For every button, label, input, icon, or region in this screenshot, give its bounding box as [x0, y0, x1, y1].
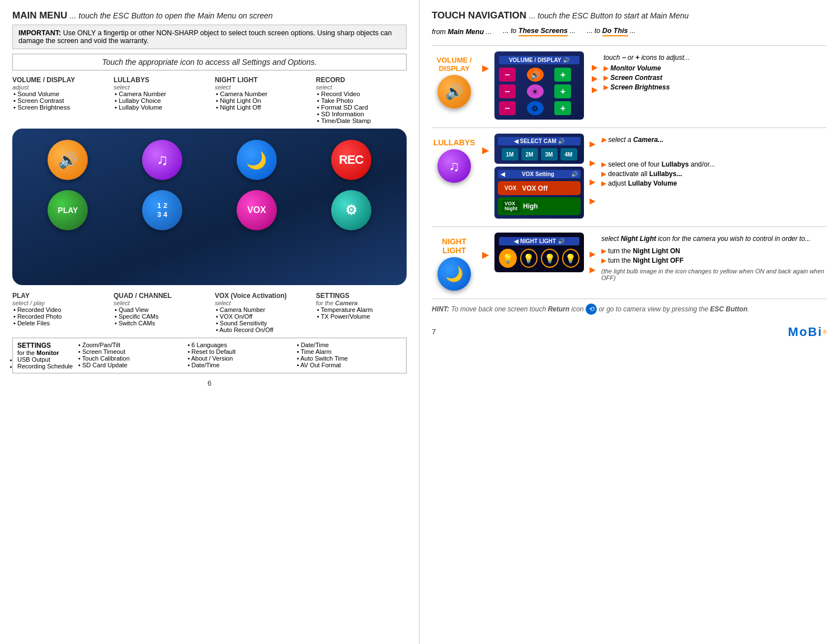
settings-button[interactable]: ⚙: [331, 190, 371, 230]
vol-display-col: VOLUME / DISPLAY adjust Sound Volume Scr…: [12, 76, 103, 124]
lullabys-section-icon: ♫: [437, 149, 471, 183]
arrow-vol-1: ▶: [592, 63, 598, 72]
settings-camera-title: SETTINGS: [316, 292, 407, 300]
list-item: Night Light On: [216, 97, 305, 104]
list-item: SD Information: [317, 111, 407, 117]
play-list: Recorded Video Recorded Photo Delete Fil…: [12, 306, 103, 326]
nightlight-section-desc: select Night Light icon for the camera y…: [601, 233, 827, 281]
volume-section-desc: touch − or + icons to adjust... ▶ Monito…: [604, 51, 827, 93]
nightlight-section: NIGHT LIGHT 🌙 ▶ ◀ NIGHT LIGHT 🔊 💡 💡 💡 💡: [432, 226, 827, 291]
minus-btn-1[interactable]: −: [499, 68, 516, 82]
cam-2-btn[interactable]: 2M: [521, 148, 538, 160]
lullabys-section: LULLABYS ♫ ▶ ◀ SELECT CAM 🔊 1M 2M 3M 4M: [432, 127, 827, 219]
record-col: RECORD select Record Video Take Photo Fo…: [316, 76, 407, 124]
bottom-labels: PLAY select / play Recorded Video Record…: [12, 292, 407, 333]
hint-label: HINT:: [432, 305, 449, 313]
list-item: Touch Calibration: [78, 355, 183, 362]
play-subtitle: select / play: [12, 300, 103, 306]
nightlight-desc-note: (the light bulb image in the icon change…: [601, 268, 827, 281]
list-item: Reset to Default: [187, 348, 292, 355]
lullabys-desc-intro: ▶ select a Camera...: [601, 136, 827, 144]
list-item: Night Light Off: [216, 104, 305, 111]
nl-cam-3[interactable]: 💡: [541, 249, 559, 268]
cam-3-btn[interactable]: 3M: [541, 148, 558, 160]
vox-high-button[interactable]: VOXNight High: [498, 197, 581, 215]
list-item: Lullaby Volume: [115, 104, 204, 111]
settings-col2: 6 Languages Reset to Default About / Ver…: [187, 342, 292, 370]
vol-display-title: VOLUME / DISPLAY: [12, 76, 103, 84]
settings-camera-subtitle: for the Camera: [316, 300, 407, 306]
lullabys-subtitle: select: [114, 84, 204, 91]
lullabys-section-desc: ▶ select a Camera... ▶ select one of fou…: [601, 134, 827, 189]
volume-screen-mockup: VOLUME / DISPLAY 🔊 − 🔊 + − ☀ + − ⚙ +: [494, 51, 584, 120]
arrow-nl-1: ▶: [590, 249, 596, 258]
record-button[interactable]: REC: [331, 140, 371, 180]
settings-camera-col: SETTINGS for the Camera Temperature Alar…: [316, 292, 407, 333]
night-light-subtitle: select: [215, 84, 305, 91]
nightlight-desc-intro: select Night Light icon for the camera y…: [601, 235, 827, 243]
vox-button[interactable]: VOX: [237, 190, 277, 230]
list-item: Switch CAMs: [115, 320, 204, 326]
cam-4-btn[interactable]: 4M: [560, 148, 577, 160]
vol-icon-2: ☀: [527, 84, 544, 98]
nl-cam-2[interactable]: 💡: [520, 249, 538, 268]
vox-col: VOX (Voice Activation) select Camera Num…: [215, 292, 305, 333]
list-item: Recording Schedule: [17, 363, 73, 370]
vol-desc-3: ▶ Screen Brightness: [604, 83, 827, 91]
hint-content-2: or go to camera view by pressing the ESC…: [598, 305, 749, 313]
main-menu-title: MAIN MENU ... touch the ESC Button to op…: [12, 10, 407, 21]
arrows-col-nightlight: ▶ ▶: [590, 233, 596, 274]
vox-subtitle: select: [215, 300, 305, 306]
plus-btn-3[interactable]: +: [554, 101, 571, 115]
vox-off-button[interactable]: VOX VOX Off: [498, 181, 581, 195]
nl-cam-4[interactable]: 💡: [562, 249, 580, 268]
volume-section: VOLUME / DISPLAY 🔊 ▶ VOLUME / DISPLAY 🔊 …: [432, 45, 827, 120]
lullabys-col: LULLABYS select Camera Number Lullaby Ch…: [114, 76, 204, 124]
nightlight-screen-title: ◀ NIGHT LIGHT 🔊: [499, 237, 579, 245]
play-title: PLAY: [12, 292, 103, 300]
top-labels: VOLUME / DISPLAY adjust Sound Volume Scr…: [12, 76, 407, 124]
night-light-button[interactable]: 🌙: [237, 140, 277, 180]
mobi-registered: ®: [823, 329, 827, 335]
arrow-nightlight: ▶: [482, 249, 489, 260]
vol-display-subtitle: adjust: [12, 84, 103, 91]
touch-instruction: Touch the appropriate icon to access all…: [12, 54, 407, 70]
play-button[interactable]: PLAY: [48, 190, 88, 230]
lullabys-desc-1: ▶ select one of four Lullabys and/or...: [601, 160, 827, 168]
mobi-brand-text: MoBi: [788, 325, 823, 339]
lullabys-button[interactable]: ♫: [142, 140, 182, 180]
list-item: Screen Brightness: [13, 104, 103, 111]
vol-desc-1: ▶ Monitor Volume: [604, 64, 827, 72]
list-item: Auto Record On/Off: [216, 326, 305, 333]
minus-btn-2[interactable]: −: [499, 84, 516, 98]
select-cam-title: ◀ SELECT CAM 🔊: [498, 137, 581, 145]
list-item: Screen Timeout: [78, 348, 183, 355]
lullabys-title: LULLABYS: [114, 76, 204, 84]
plus-btn-2[interactable]: +: [554, 84, 571, 98]
hint-text: HINT: To move back one screen touch Retu…: [432, 299, 827, 315]
vol-display-list: Sound Volume Screen Contrast Screen Brig…: [12, 91, 103, 111]
plus-btn-1[interactable]: +: [554, 68, 571, 82]
quad-channel-button[interactable]: 1 23 4: [142, 190, 182, 230]
settings-col3: Date/Time Time Alarm Auto Switch Time AV…: [297, 342, 402, 370]
night-light-title: NIGHT LIGHT: [215, 76, 305, 84]
page-number-left: 6: [12, 379, 407, 387]
list-item: Sound Volume: [13, 91, 103, 97]
minus-btn-3[interactable]: −: [499, 101, 516, 115]
nightlight-screen-mockup: ◀ NIGHT LIGHT 🔊 💡 💡 💡 💡: [494, 233, 584, 272]
night-light-list: Camera Number Night Light On Night Light…: [215, 91, 305, 111]
menu-icons-row2: PLAY 1 23 4 VOX ⚙: [21, 190, 398, 230]
list-item: Temperature Alarm: [317, 306, 407, 313]
list-item: Camera Number: [216, 306, 305, 313]
record-title: RECORD: [316, 76, 407, 84]
touch-nav-title: TOUCH NAVIGATION ... touch the ESC Butto…: [432, 10, 827, 21]
list-item: Quad View: [115, 306, 204, 313]
cam-1-btn[interactable]: 1M: [502, 148, 519, 160]
vol-desc-2: ▶ Screen Contrast: [604, 74, 827, 82]
return-icon[interactable]: ⟲: [586, 304, 597, 315]
select-cam-screen: ◀ SELECT CAM 🔊 1M 2M 3M 4M: [494, 134, 584, 164]
list-item: Recorded Video: [13, 306, 103, 313]
arrow-lullabys: ▶: [482, 145, 489, 155]
volume-display-button[interactable]: 🔊: [48, 140, 88, 180]
nl-cam-1[interactable]: 💡: [499, 249, 517, 268]
